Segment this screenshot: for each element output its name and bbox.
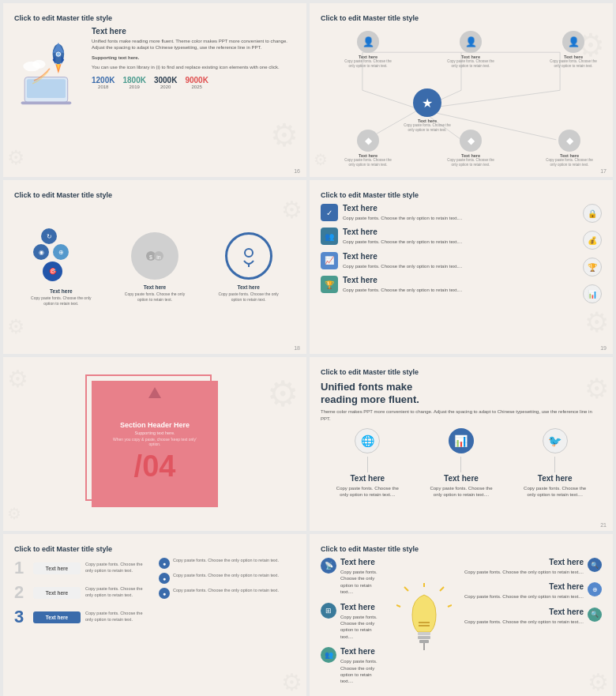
slide-6-icon-3: 🐦 Text here Copy paste fonts. Choose the… [520,428,591,502]
slide-5: ⚙ ⚙ ⚙ Section Header Here Supporting tex… [3,357,306,531]
node-5: ◆ Text here Copy paste fonts. Choose the… [447,130,494,167]
slide-6-heading-line2: reading more fluent. [321,393,419,405]
svg-rect-38 [419,640,429,643]
node-4-icon: ◆ [357,130,379,152]
slide-6-icon-2: 📊 Text here Copy paste fonts. Choose the… [426,428,497,502]
slide-4-icon-1: ✓ [321,204,338,221]
slide-1-body1: Unified fonts make reading more fluent. … [92,38,295,51]
slide-3-number: 18 [294,345,300,351]
slide-7-dot-1: ● [159,558,170,569]
svg-line-31 [448,605,452,607]
circle-text-1: Copy paste fonts. Choose the only option… [29,295,92,306]
circle-item-3: Text here Copy paste fonts. Choose the o… [217,232,280,302]
stat-year-1: 2018 [92,85,115,89]
slide-8-icon-l3: 👥 [321,647,336,663]
circle-text-3: Copy paste fonts. Choose the only option… [217,292,280,302]
slide-3: ⚙ ⚙ Click to edit Master title style ↻ ◉… [3,180,306,354]
slide-8: ⚙ Click to edit Master title style 📡 Tex… [310,534,613,696]
slide-7-right: ● Copy paste fonts. Choose the only opti… [159,558,295,627]
stat-value-3: 3000K [154,76,177,85]
slide-8-text-l3: Copy paste fonts. Choose the only option… [340,658,384,685]
slide-7-row-1: 1 Text here Copy paste fonts. Choose the… [14,558,151,578]
stat-year-3: 2020 [154,85,177,89]
sub-circle-1c: ⊕ [53,244,69,260]
slide-7-num-2: 2 [14,582,28,603]
circle-label-1: Text here [29,288,92,294]
slide-7: ⚙ Click to edit Master title style 1 Tex… [3,534,306,696]
node-2-sub: Copy paste fonts. Choose the only option… [447,59,494,69]
circle-item-1: ↻ ◉ ⊕ 🎯 Text here Copy paste fonts. Choo… [29,228,92,306]
circle-label-2: Text here [123,284,186,290]
slide-6-text-2: Copy paste fonts. Choose the only option… [426,485,497,498]
slide-1-text: Text here Unified fonts make reading mor… [92,27,295,106]
slide-8-bulb [389,558,460,688]
slide-7-dot-2: ● [159,573,170,584]
slide-8-label-l1: Text here [340,558,384,566]
node-6: ◆ Text here Copy paste fonts. Choose the… [546,130,593,167]
svg-line-30 [440,587,444,591]
slide-4-item-1: ✓ Text here Copy paste fonts. Choose the… [321,204,577,224]
slide-8-icon-r3: 🔍 [588,608,602,622]
slide-6-text-1: Copy paste fonts. Choose the only option… [332,485,403,498]
slide-7-list: 1 Text here Copy paste fonts. Choose the… [14,558,151,627]
slide-8-label-r2: Text here [464,582,584,591]
section-triangle-icon [148,387,161,398]
node-1-sub: Copy paste fonts. Choose the only option… [344,59,392,69]
node-3-sub: Copy paste fonts. Choose the only option… [550,59,597,69]
slide-8-icon-l2: ⊞ [321,603,336,619]
slide-6-number: 21 [600,522,607,528]
node-center-icon: ★ [413,88,441,117]
slide-8-textblock-l3: Text here Copy paste fonts. Choose the o… [340,647,384,688]
slide-7-row-3: 3 Text here Copy paste fonts. Choose the… [14,607,151,627]
slide-4-label-1: Text here [343,204,577,213]
side-icon-1: 🔒 [583,204,602,223]
stat-year-2: 2019 [122,85,145,89]
svg-rect-36 [418,632,430,635]
slide-8-label-l3: Text here [340,647,384,656]
slide-2-diagram: 👤 Text here Copy paste fonts. Choose the… [321,27,602,165]
slide-4: ⚙ Click to edit Master title style ✓ Tex… [310,180,613,354]
stat-value-2: 1800K [122,76,145,85]
slide-8-item-l3: 👥 Text here Copy paste fonts. Choose the… [321,647,384,688]
slide-4-icon-4: 🏆 [321,276,338,293]
slide-2-title: Click to edit Master title style [321,14,602,22]
slide-7-desc-2: Copy paste fonts. Choose the only option… [85,586,151,598]
slide-1-body2: You can use the icon library in (i) to f… [92,64,295,70]
svg-rect-37 [418,636,430,639]
chart-icon: 📊 [449,428,474,453]
sub-circle-1a: ↻ [41,228,57,244]
slide-8-text-l1: Copy paste fonts. Choose the only option… [340,569,384,596]
slide-4-label-2: Text here [343,228,577,236]
slide-7-right-desc-2: Copy paste fonts. Choose the only option… [173,573,295,579]
slide-4-textblock-1: Text here Copy paste fonts. Choose the o… [343,204,577,224]
slide-8-item-r2: Text here Copy paste fonts. Choose the o… [464,582,602,603]
slide-4-text-3: Copy paste fonts. Choose the only option… [343,263,577,269]
slide-5-box: Section Header Here Supporting text here… [92,381,218,507]
slide-4-label-4: Text here [343,276,577,284]
slide-2: ⚙ ⚙ Click to edit Master title style [310,3,613,177]
circle-icon-2: $ in [131,232,178,280]
slide-6-label-3: Text here [520,474,591,483]
stat-value-1: 1200K [92,76,115,85]
node-2: 👤 Text here Copy paste fonts. Choose the… [447,31,494,69]
slide-4-content: ✓ Text here Copy paste fonts. Choose the… [321,204,602,303]
slide-5-number-display: /04 [134,450,176,483]
svg-point-4 [32,60,45,69]
node-5-sub: Copy paste fonts. Choose the only option… [447,158,494,167]
slide-4-icon-3: 📈 [321,252,338,269]
slide-4-list: ✓ Text here Copy paste fonts. Choose the… [321,204,577,303]
circle-text-2: Copy paste fonts. Choose the only option… [123,292,186,302]
slide-1-text-here: Text here [92,27,295,36]
slide-4-icon-2: 👥 [321,228,338,245]
circle-label-3: Text here [217,284,280,290]
slide-7-right-desc-1: Copy paste fonts. Choose the only option… [173,558,295,564]
slide-8-textblock-r1: Text here Copy paste fonts. Choose the o… [464,558,584,578]
svg-line-33 [396,605,400,607]
node-center-sub: Copy paste fonts. Choose the only option… [404,123,451,133]
slide-7-num-1: 1 [14,558,28,578]
circle-cluster-1: ↻ ◉ ⊕ 🎯 [33,228,88,284]
slide-1-supporting: Supporting text here. [92,55,295,61]
slide-8-label-l2: Text here [340,603,384,611]
circle-icon-3 [225,232,272,280]
stat-1200k: 1200K 2018 [92,76,115,89]
